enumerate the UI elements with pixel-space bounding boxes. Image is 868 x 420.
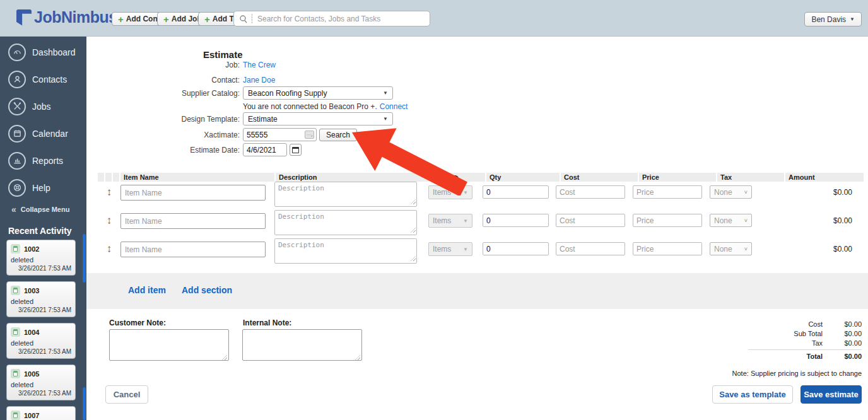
internal-note-input[interactable] (242, 329, 362, 361)
design-template-label: Design Template: (86, 115, 243, 124)
cost-total-label: Cost (747, 320, 823, 328)
save-estimate-button[interactable]: Save estimate (801, 385, 862, 404)
chevron-down-icon: ▼ (463, 218, 468, 224)
document-icon (11, 327, 20, 337)
activity-card-1007[interactable]: 1007 Estimate Created 3/25/2021 10:12 AM (6, 406, 76, 420)
tax-select[interactable]: None˅ (710, 185, 752, 199)
description-input[interactable] (274, 238, 417, 264)
activity-status: deleted (11, 256, 71, 264)
sidebar-item-help[interactable]: Help (0, 174, 86, 201)
chevron-down-icon: ˅ (744, 218, 748, 224)
activity-id: 1003 (24, 287, 39, 295)
input-mask-icon[interactable]: ⋯₂ (305, 131, 314, 139)
price-input[interactable] (633, 214, 702, 227)
sidebar-label: Jobs (32, 102, 51, 112)
calendar-icon (292, 147, 299, 153)
double-chevron-left-icon: « (11, 204, 16, 214)
qty-input[interactable] (483, 214, 549, 227)
estimate-date-input[interactable] (243, 143, 287, 156)
reports-chart-icon (8, 152, 26, 170)
sidebar-item-calendar[interactable]: Calendar (0, 120, 86, 147)
tax-select[interactable]: None˅ (710, 214, 752, 227)
chevron-down-icon: ▼ (463, 247, 468, 252)
cost-input[interactable] (556, 242, 625, 255)
top-bar: JobNimbus + Add Contact + Add Job + Add … (0, 0, 868, 37)
document-icon (11, 369, 20, 378)
activity-id: 1004 (24, 329, 39, 336)
drag-handle-icon[interactable]: ↕ (98, 182, 120, 199)
user-menu-button[interactable]: Ben Davis ▼ (804, 12, 862, 26)
jobnimbus-logo-icon (16, 9, 32, 26)
design-template-value: Estimate (248, 115, 278, 124)
calendar-picker-button[interactable] (290, 144, 302, 156)
jobnimbus-logo-text: JobNimbus (34, 8, 117, 26)
activity-date: 3/26/2021 7:53 AM (11, 306, 71, 313)
supplier-catalog-select[interactable]: Beacon Roofing Supply ▼ (243, 86, 393, 100)
global-search (233, 11, 430, 26)
document-icon (11, 286, 20, 295)
contacts-person-icon (8, 71, 26, 88)
design-template-select[interactable]: Estimate ▼ (243, 112, 393, 125)
chevron-down-icon: ˅ (744, 189, 748, 195)
price-input[interactable] (633, 185, 702, 199)
activity-card-1003[interactable]: 1003 deleted 3/26/2021 7:53 AM (6, 281, 76, 317)
contact-link[interactable]: Jane Doe (243, 76, 275, 85)
price-input[interactable] (633, 242, 702, 255)
chevron-down-icon: ˅ (744, 246, 748, 252)
sidebar-scrollbar-thumb[interactable] (83, 234, 86, 283)
header-spacer (98, 173, 104, 182)
activity-card-1005[interactable]: 1005 deleted 3/26/2021 7:53 AM (6, 365, 76, 400)
global-search-input[interactable] (257, 15, 430, 23)
beacon-connect-link[interactable]: Connect (380, 102, 408, 111)
contact-label: Contact: (86, 76, 243, 85)
uom-select: Items▼ (428, 242, 472, 256)
item-name-input[interactable] (120, 213, 266, 229)
collapse-menu-button[interactable]: « Collapse Menu (0, 201, 86, 218)
tax-select[interactable]: None˅ (710, 242, 752, 255)
supplier-pricing-note: Note: Supplier pricing is subject to cha… (732, 370, 862, 377)
description-input[interactable] (274, 182, 417, 207)
activity-card-1002[interactable]: 1002 deleted 3/26/2021 7:53 AM (6, 240, 76, 276)
page-title: Estimate (203, 49, 243, 60)
help-lifesaver-icon (8, 179, 26, 197)
xactimate-search-button[interactable]: Search (319, 129, 357, 141)
jobnimbus-logo[interactable]: JobNimbus (16, 8, 117, 26)
supplier-catalog-value: Beacon Roofing Supply (248, 89, 327, 98)
customer-note-input[interactable] (109, 329, 229, 361)
activity-date: 3/26/2021 7:53 AM (11, 348, 71, 355)
col-header-description: Description (276, 173, 430, 182)
drag-handle-icon[interactable]: ↕ (98, 238, 120, 255)
add-item-link[interactable]: Add item (128, 285, 166, 295)
col-header-qty: Qty (486, 173, 560, 182)
sidebar-item-jobs[interactable]: Jobs (0, 93, 86, 120)
col-header-uom: UoMi (431, 173, 485, 182)
item-name-input[interactable] (120, 185, 266, 201)
plus-icon: + (204, 15, 210, 24)
sidebar-scrollbar-thumb[interactable] (83, 387, 86, 420)
recent-activity-title: Recent Activity (0, 218, 86, 240)
qty-input[interactable] (483, 242, 549, 255)
item-row-2: ↕ Items▼ None˅ $0.00 (98, 210, 856, 238)
activity-card-1004[interactable]: 1004 deleted 3/26/2021 7:53 AM (6, 323, 76, 359)
search-divider (252, 14, 252, 23)
save-as-template-button[interactable]: Save as template (712, 385, 793, 404)
description-input[interactable] (274, 210, 417, 235)
total-label: Total (747, 353, 823, 360)
qty-input[interactable] (483, 185, 549, 199)
cost-input[interactable] (556, 214, 625, 227)
sidebar-label: Dashboard (32, 47, 76, 57)
sidebar-item-reports[interactable]: Reports (0, 147, 86, 174)
item-name-input[interactable] (120, 242, 266, 257)
search-icon (239, 15, 248, 23)
sidebar-item-dashboard[interactable]: Dashboard (0, 38, 86, 66)
cost-input[interactable] (556, 185, 625, 199)
cancel-button[interactable]: Cancel (105, 385, 148, 404)
drag-handle-icon[interactable]: ↕ (98, 210, 120, 227)
sidebar-item-contacts[interactable]: Contacts (0, 66, 86, 93)
internal-note-label: Internal Note: (243, 318, 291, 327)
row-amount: $0.00 (777, 210, 856, 225)
job-link[interactable]: The Crew (243, 61, 276, 69)
add-section-link[interactable]: Add section (182, 285, 232, 295)
activity-date: 3/26/2021 7:53 AM (11, 390, 71, 397)
activity-status: deleted (11, 381, 71, 388)
